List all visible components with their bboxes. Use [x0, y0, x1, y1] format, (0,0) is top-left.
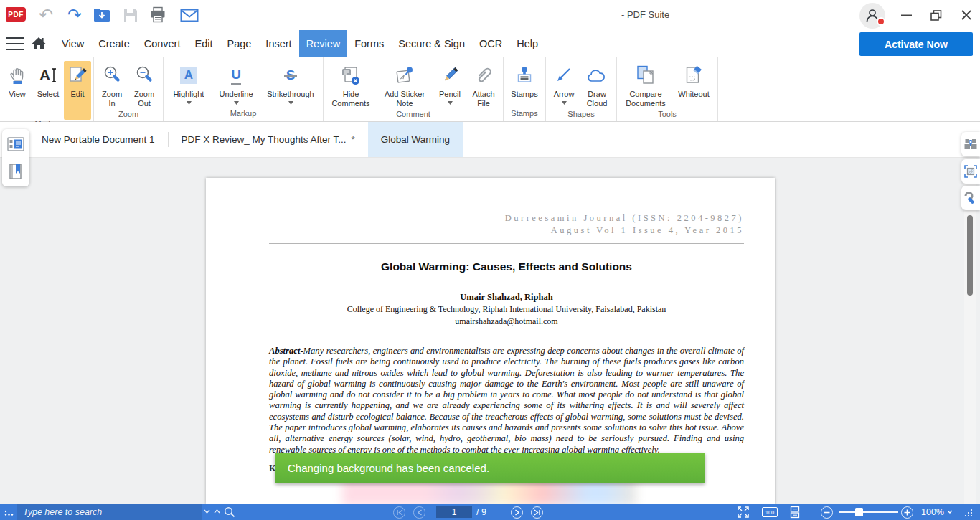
- ribbon-group-shapes: Arrow Draw Cloud Shapes: [546, 57, 617, 121]
- stamps-button[interactable]: Stamps: [506, 61, 543, 100]
- open-folder-icon: [93, 7, 111, 23]
- ribbon-group-label-zoom: Zoom: [96, 110, 161, 121]
- compare-documents-button[interactable]: Compare Documents: [619, 61, 672, 110]
- zoom-out-button[interactable]: Zoom Out: [128, 61, 161, 110]
- page-number-input[interactable]: [436, 506, 472, 518]
- search-next-button[interactable]: [214, 509, 220, 514]
- menu-item-page[interactable]: Page: [220, 30, 258, 57]
- zoom-slider-handle[interactable]: [855, 508, 863, 516]
- tab-pdf-x-review[interactable]: PDF X Review_ My Thoughts After T... *: [169, 122, 368, 157]
- edit-mode-button[interactable]: Edit: [64, 61, 91, 120]
- tab-new-portable-document-1[interactable]: New Portable Document 1: [29, 122, 168, 157]
- menu-items: View Create Convert Edit Page Insert Rev…: [55, 30, 545, 57]
- maximize-button[interactable]: [928, 8, 944, 22]
- menu-item-forms[interactable]: Forms: [347, 30, 391, 57]
- previous-page-button[interactable]: [413, 506, 425, 519]
- menu-item-create[interactable]: Create: [91, 30, 137, 57]
- view-mode-button[interactable]: View: [2, 61, 32, 100]
- page-thumbnails-button[interactable]: [6, 135, 25, 153]
- underline-button[interactable]: U Underline: [212, 61, 260, 107]
- whiteout-button[interactable]: Whiteout: [672, 61, 715, 100]
- pencil-button[interactable]: Pencil: [433, 61, 466, 107]
- select-mode-button[interactable]: A Select: [32, 61, 64, 100]
- open-file-button[interactable]: [92, 6, 112, 24]
- add-sticker-note-button[interactable]: Add Sticker Note: [376, 61, 433, 110]
- hamburger-menu-button[interactable]: [6, 37, 24, 51]
- minimize-button[interactable]: [898, 8, 914, 22]
- snapshot-panel-card[interactable]: [961, 159, 980, 184]
- ribbon-group-zoom: Zoom In Zoom Out Zoom: [94, 57, 164, 121]
- tools-panel-card[interactable]: [961, 186, 980, 210]
- close-button[interactable]: [958, 8, 974, 22]
- bookmarks-button[interactable]: [6, 162, 25, 181]
- hand-icon: [8, 62, 27, 88]
- scrollbar-thumb[interactable]: [967, 215, 973, 296]
- search-panel-card[interactable]: [961, 132, 980, 156]
- search-magnifier-icon[interactable]: [224, 506, 235, 518]
- add-sticker-note-label: Add Sticker Note: [378, 90, 431, 108]
- cloud-icon: [585, 62, 608, 88]
- actual-size-button[interactable]: 100: [762, 507, 778, 517]
- dropdown-caret-icon: [288, 101, 293, 105]
- strikethrough-label: Strikethrough: [267, 90, 314, 99]
- email-button[interactable]: [179, 6, 199, 24]
- menu-item-ocr[interactable]: OCR: [472, 30, 509, 57]
- maximize-icon: [930, 10, 942, 21]
- window-title: - PDF Suite: [621, 9, 669, 20]
- save-button[interactable]: [121, 6, 141, 24]
- edit-mode-label: Edit: [71, 90, 85, 99]
- draw-cloud-button[interactable]: Draw Cloud: [580, 61, 614, 110]
- menu-item-review[interactable]: Review: [299, 30, 348, 57]
- menu-item-secure-sign[interactable]: Secure & Sign: [391, 30, 472, 57]
- tab-label: PDF X Review_ My Thoughts After T...: [182, 134, 347, 145]
- tab-label: Global Warming: [381, 134, 450, 145]
- zoom-out-slider-button[interactable]: [821, 506, 833, 519]
- attach-file-button[interactable]: Attach File: [466, 61, 501, 110]
- menu-item-insert[interactable]: Insert: [258, 30, 298, 57]
- binoculars-icon: [961, 135, 980, 153]
- journal-header-line1: Durreesamin Journal (ISSN: 2204-9827): [269, 212, 744, 224]
- zoom-in-slider-button[interactable]: [901, 506, 913, 519]
- paper-abstract: Abstract-Many researchers, engineers and…: [269, 346, 744, 455]
- dropdown-caret-icon: [187, 101, 192, 105]
- paperclip-icon: [474, 62, 494, 88]
- underline-icon: U: [231, 67, 241, 85]
- compare-documents-icon: [634, 62, 657, 88]
- hide-comments-button[interactable]: Hide Comments: [326, 61, 376, 110]
- strikethrough-button[interactable]: S Strikethrough: [260, 61, 321, 107]
- pdf-logo-label: PDF: [8, 11, 24, 19]
- menu-item-help[interactable]: Help: [509, 30, 545, 57]
- abstract-label: Abstract: [269, 346, 300, 356]
- activate-now-button[interactable]: Activate Now: [859, 32, 973, 56]
- search-previous-button[interactable]: [204, 509, 210, 514]
- status-bar: / 9 100 100%: [0, 504, 980, 520]
- resize-grip[interactable]: [964, 509, 973, 517]
- header-rule: [269, 243, 744, 244]
- stamps-label: Stamps: [511, 90, 537, 99]
- tab-global-warming[interactable]: Global Warming: [368, 122, 463, 157]
- arrow-button[interactable]: Arrow: [548, 61, 580, 107]
- document-tab-bar: New Portable Document 1 PDF X Review_ My…: [0, 122, 980, 158]
- continuous-view-button[interactable]: [789, 506, 801, 519]
- redo-button[interactable]: ↷: [65, 6, 85, 24]
- highlight-button[interactable]: A Highlight: [166, 61, 212, 107]
- home-button[interactable]: [32, 37, 46, 53]
- fit-to-screen-button[interactable]: [738, 506, 749, 518]
- menu-item-convert[interactable]: Convert: [137, 30, 188, 57]
- zoom-slider-track[interactable]: [839, 511, 898, 513]
- search-input[interactable]: [17, 504, 202, 520]
- zoom-in-button[interactable]: Zoom In: [96, 61, 128, 110]
- paper-title: Global Warming: Causes, Effects and Solu…: [269, 260, 744, 273]
- print-button[interactable]: [148, 6, 168, 24]
- menu-item-view[interactable]: View: [55, 30, 91, 57]
- last-page-button[interactable]: [531, 506, 543, 519]
- ribbon-toolbar: View A Select: [0, 57, 980, 122]
- first-page-button[interactable]: [393, 506, 405, 519]
- undo-button[interactable]: ↶: [36, 6, 56, 24]
- select-mode-label: Select: [37, 90, 60, 99]
- zoom-dropdown-caret-icon[interactable]: [947, 510, 953, 514]
- ribbon-group-label-markup: Markup: [166, 109, 321, 121]
- next-page-button[interactable]: [511, 506, 523, 519]
- menu-item-edit[interactable]: Edit: [187, 30, 220, 57]
- journal-header-line2: August Vol 1 Issue 4, Year 2015: [269, 224, 744, 237]
